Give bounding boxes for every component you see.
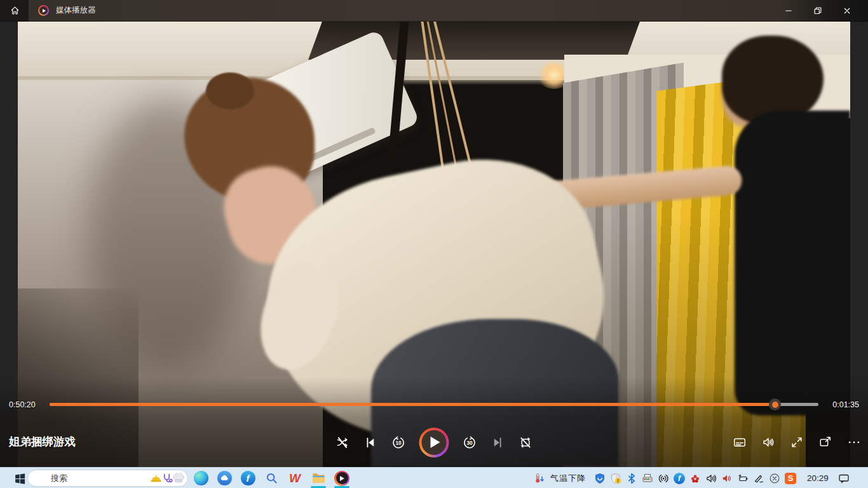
audio-app-icon[interactable]	[721, 473, 733, 484]
subtitles-button[interactable]	[732, 435, 747, 450]
fullscreen-icon	[790, 435, 804, 449]
transport-controls: 姐弟捆绑游戏 10	[0, 427, 868, 458]
previous-track-icon	[363, 435, 378, 450]
window-controls	[774, 0, 868, 21]
repeat-off-icon	[519, 435, 533, 450]
red-cluster-icon[interactable]	[689, 473, 701, 484]
search-highlights[interactable]	[150, 473, 184, 484]
more-options-icon	[847, 435, 861, 449]
close-icon	[841, 5, 853, 17]
seek-bar[interactable]	[50, 403, 818, 406]
media-player-logo-icon	[38, 5, 49, 16]
play-icon	[422, 430, 447, 455]
cast-to-device-button[interactable]	[818, 435, 832, 450]
svg-text:10: 10	[395, 440, 402, 446]
seek-fill	[50, 403, 775, 406]
search-tool-icon[interactable]	[264, 471, 279, 486]
search-icon	[36, 473, 45, 483]
play-button[interactable]	[419, 428, 449, 458]
hardhat-icon	[150, 473, 162, 484]
seek-handle[interactable]	[769, 398, 781, 410]
window-title: 媒体播放器	[56, 5, 96, 16]
taskbar: f W 气温下降	[0, 467, 868, 488]
center-controls: 10 30	[336, 427, 533, 458]
player-stage: 0:50:20 0:01:35 姐弟捆绑游戏	[0, 22, 868, 467]
volume-icon	[761, 435, 775, 449]
cast-to-device-icon	[818, 435, 832, 449]
restore-button[interactable]	[803, 0, 832, 21]
system-tray: 气温下降 f	[534, 468, 852, 488]
svg-text:30: 30	[466, 440, 473, 446]
defender-alert-shield-icon[interactable]	[610, 473, 621, 484]
cloud-browser-icon[interactable]	[217, 471, 232, 486]
seek-row: 0:50:20 0:01:35	[0, 398, 868, 412]
minimize-button[interactable]	[774, 0, 803, 21]
edge-browser-icon[interactable]	[193, 471, 208, 486]
video-art	[206, 72, 254, 109]
minimize-icon	[783, 5, 794, 17]
taskbar-search-box[interactable]	[27, 470, 188, 487]
start-button[interactable]	[13, 472, 26, 485]
skip-forward-30-icon: 30	[463, 435, 477, 450]
wps-office-icon[interactable]: W	[287, 471, 302, 486]
notifications-chat-icon[interactable]	[838, 473, 850, 484]
next-track-button-disabled[interactable]	[491, 435, 505, 450]
repeat-off-button[interactable]	[519, 435, 533, 450]
disconnected-icon[interactable]	[769, 473, 780, 484]
video-art	[735, 111, 850, 416]
time-elapsed: 0:50:20	[9, 398, 36, 412]
more-options-button[interactable]	[846, 435, 861, 450]
file-explorer-icon[interactable]	[311, 471, 326, 486]
home-button[interactable]	[0, 0, 29, 22]
windows-logo-icon	[14, 473, 26, 485]
wireless-signal-icon[interactable]	[658, 473, 669, 484]
tray-clock[interactable]: 20:29	[807, 473, 829, 483]
skip-forward-30-button[interactable]: 30	[463, 435, 477, 450]
sogou-input-icon[interactable]: S	[785, 473, 796, 484]
time-remaining: 0:01:35	[832, 398, 859, 412]
security-shield-icon[interactable]	[594, 473, 606, 484]
flash-player-icon[interactable]: f	[240, 471, 255, 486]
bluetooth-icon[interactable]	[626, 473, 637, 484]
search-input[interactable]	[51, 473, 150, 483]
titlebar: 媒体播放器	[0, 0, 868, 22]
close-button[interactable]	[832, 0, 862, 21]
shuffle-off-icon	[336, 435, 350, 450]
pen-tool-icon[interactable]	[753, 473, 764, 484]
fullscreen-button[interactable]	[789, 435, 804, 450]
tray-weather-status[interactable]: 气温下降	[550, 473, 586, 484]
weather-thermometer-icon[interactable]	[534, 473, 545, 484]
volume-button[interactable]	[761, 435, 775, 450]
volume-tray-icon[interactable]	[705, 473, 717, 484]
media-title: 姐弟捆绑游戏	[9, 434, 76, 449]
chefhat-icon	[173, 473, 184, 484]
stethoscope-icon	[162, 473, 173, 484]
next-track-icon	[491, 435, 505, 450]
taskbar-app-icons: f W	[193, 468, 349, 488]
skip-back-10-button[interactable]: 10	[391, 435, 406, 450]
scanner-printer-icon[interactable]	[642, 473, 653, 484]
skip-back-10-icon: 10	[391, 435, 406, 450]
subtitles-icon	[733, 435, 747, 449]
flash-tray-icon[interactable]: f	[674, 473, 685, 484]
restore-icon	[812, 5, 824, 17]
previous-track-button[interactable]	[363, 435, 378, 450]
shuffle-off-button[interactable]	[336, 435, 350, 450]
media-player-app-icon[interactable]	[334, 471, 349, 486]
right-controls	[732, 427, 861, 458]
pen-battery-icon[interactable]	[737, 473, 749, 484]
home-icon	[10, 5, 20, 16]
